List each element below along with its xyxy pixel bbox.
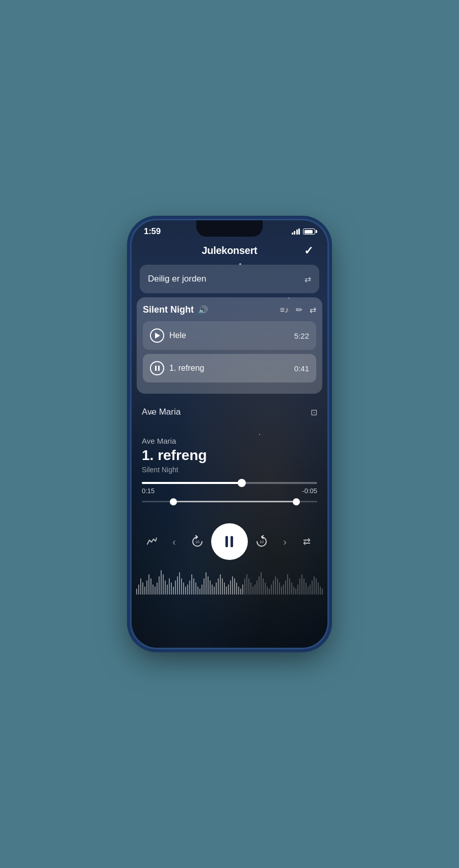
np-source: Silent Night [142, 466, 317, 474]
waveform-bar [281, 586, 282, 595]
waveform-bar [167, 584, 168, 595]
song-card-silent-night[interactable]: Silent Night 🔊 ≡♪ ✏ ⇄ Hele 5:22 [137, 297, 322, 394]
replay-forward-button[interactable]: 10 [252, 532, 271, 551]
waveform-bar [159, 576, 160, 595]
waveform-bar [212, 584, 213, 595]
repeat-button[interactable]: ⇄ [299, 533, 315, 550]
waveform-bar [195, 582, 196, 595]
progress-fill [142, 482, 242, 484]
waveform-bar [214, 586, 215, 595]
pause-main-button[interactable] [211, 523, 248, 560]
waveform-bar [322, 589, 323, 595]
active-title-row: Silent Night 🔊 [143, 304, 208, 315]
waveform-bar [216, 582, 217, 595]
waveform-bar [259, 576, 260, 595]
playlist-icon[interactable]: ≡♪ [280, 305, 289, 315]
waveform-bar [208, 576, 209, 595]
play-button-hele[interactable] [150, 328, 164, 343]
waveform-bar [271, 584, 272, 595]
song-name-ave-maria: Ave Maria [142, 407, 181, 417]
battery-fill [304, 230, 313, 234]
waveform-bar [191, 574, 192, 595]
waveform-bar [246, 574, 247, 595]
waveform-bar [267, 586, 268, 595]
remaining-time: -0:05 [302, 487, 317, 495]
repeat-icon-deilig: ⇄ [304, 274, 311, 284]
loop-thumb-out[interactable] [293, 498, 300, 505]
track-left-refreng: 1. refreng [150, 361, 204, 375]
waveform-bar [265, 582, 266, 595]
waveform-bar [297, 584, 298, 595]
svg-text:10: 10 [260, 540, 264, 544]
waveform-bar [236, 582, 237, 595]
track-time-refreng: 0:41 [294, 364, 309, 373]
waveform-bar [179, 572, 180, 595]
waveform-bar [305, 582, 307, 595]
waveform-bar [289, 578, 290, 595]
track-name-hele: Hele [169, 331, 186, 340]
active-actions: ≡♪ ✏ ⇄ [280, 305, 316, 315]
waveform-bar [136, 589, 137, 595]
next-button[interactable]: › [276, 532, 294, 551]
np-title: 1. refreng [142, 447, 317, 464]
waveform-bar [203, 578, 205, 595]
wifi-icon [292, 228, 300, 235]
waveform-bar [210, 580, 211, 595]
waveform-bar [152, 584, 154, 595]
waveform-bar [220, 574, 221, 595]
pause-button-refreng[interactable] [150, 361, 164, 375]
waveform-bar [301, 574, 302, 595]
waveform [132, 564, 327, 595]
waveform-bar [250, 582, 251, 595]
waveform-bar [181, 578, 182, 595]
waveform-bar [232, 576, 233, 595]
replay-back-button[interactable]: 10 [188, 532, 207, 551]
status-icons [292, 228, 316, 235]
waveform-bar [285, 580, 286, 595]
waveform-bar [293, 586, 294, 595]
pitch-tempo-button[interactable] [144, 533, 160, 550]
waveform-bar [169, 578, 170, 595]
waveform-bar [138, 584, 139, 595]
prev-button[interactable]: ‹ [165, 532, 183, 551]
active-card-header: Silent Night 🔊 ≡♪ ✏ ⇄ [143, 304, 316, 315]
loop-bar[interactable] [142, 501, 317, 502]
waveform-bar [157, 582, 158, 595]
waveform-bar [201, 584, 202, 595]
active-song-name: Silent Night [143, 304, 194, 315]
waveform-bar [283, 584, 284, 595]
waveform-bar [303, 578, 304, 595]
track-left-hele: Hele [150, 328, 186, 343]
waveform-bar [187, 584, 188, 595]
waveform-bar [175, 580, 176, 595]
time-row: 0:15 -0:05 [142, 487, 317, 495]
song-name-deilig: Deilig er jorden [148, 274, 206, 284]
progress-thumb[interactable] [238, 479, 246, 487]
waveform-bar [244, 578, 245, 595]
loop-thumb-in[interactable] [170, 498, 177, 505]
chevron-down-icon[interactable]: ✓ [304, 244, 313, 258]
waveform-bar [197, 586, 198, 595]
song-card-deilig[interactable]: Deilig er jorden ⇄ [140, 265, 319, 293]
waveform-bar [314, 576, 315, 595]
waveform-bar [254, 584, 256, 595]
track-name-refreng: 1. refreng [169, 364, 204, 373]
track-item-hele[interactable]: Hele 5:22 [143, 321, 316, 350]
song-card-ave-maria[interactable]: Ave Maria ⊡ [140, 400, 319, 424]
loop-fill [173, 501, 296, 502]
waveform-bar [140, 578, 141, 595]
waveform-bar [277, 578, 278, 595]
progress-bar[interactable] [142, 482, 317, 484]
repeat-icon-active[interactable]: ⇄ [310, 305, 316, 315]
track-time-hele: 5:22 [294, 331, 309, 340]
waveform-bar [171, 582, 172, 595]
waveform-bar [199, 589, 200, 595]
edit-icon[interactable]: ✏ [296, 305, 302, 315]
controls-row: ‹ 10 [140, 523, 319, 560]
track-item-refreng[interactable]: 1. refreng 0:41 [143, 354, 316, 382]
waveform-bar [275, 576, 276, 595]
play-triangle-icon [155, 333, 160, 339]
waveform-bar [144, 586, 145, 595]
waveform-bar [287, 574, 288, 595]
waveform-bar [161, 570, 162, 595]
